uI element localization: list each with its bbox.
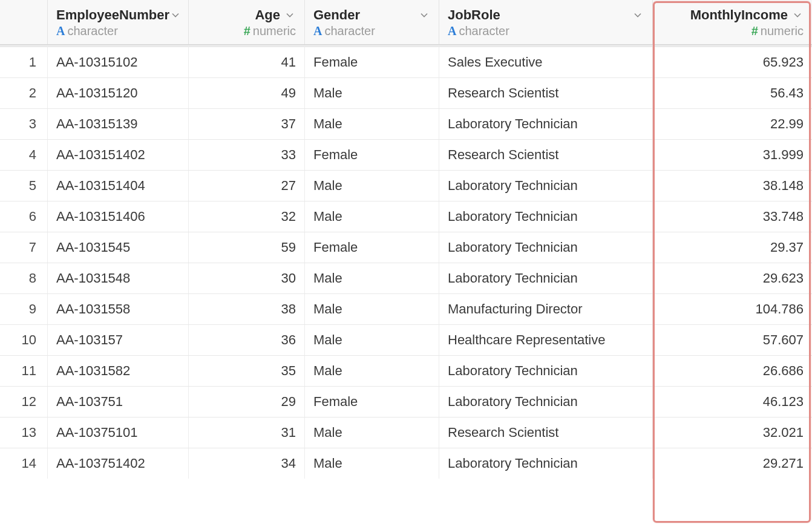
cell-monthlyincome: 56.43 [652,78,812,108]
chevron-down-icon[interactable] [418,9,430,21]
cell-age: 34 [188,448,304,479]
table-row[interactable]: 3AA-1031513937MaleLaboratory Technician2… [0,108,812,139]
column-header-employeenumber[interactable]: EmployeeNumber A character [47,0,188,44]
table-header: EmployeeNumber A character Age # numeric [0,0,812,44]
cell-jobrole: Laboratory Technician [439,263,652,293]
cell-gender: Female [304,140,439,170]
table-row[interactable]: 8AA-103154830MaleLaboratory Technician29… [0,263,812,293]
table-row[interactable]: 2AA-1031512049MaleResearch Scientist56.4… [0,77,812,108]
cell-jobrole: Laboratory Technician [439,171,652,201]
row-number: 14 [0,448,47,479]
column-header-monthlyincome[interactable]: MonthlyIncome # numeric [652,0,812,44]
cell-employeenumber: AA-103151404 [47,171,188,201]
cell-age: 38 [188,294,304,324]
cell-gender: Female [304,387,439,417]
row-number: 12 [0,387,47,417]
cell-employeenumber: AA-103751 [47,387,188,417]
cell-monthlyincome: 29.623 [652,263,812,293]
cell-jobrole: Laboratory Technician [439,232,652,263]
column-header-jobrole[interactable]: JobRole A character [439,0,652,44]
character-type-icon: A [313,24,322,38]
column-type-label: character [324,24,375,38]
character-type-icon: A [448,24,456,38]
cell-age: 36 [188,325,304,355]
row-number: 2 [0,78,47,108]
column-header-age[interactable]: Age # numeric [188,0,304,44]
cell-monthlyincome: 31.999 [652,140,812,170]
chevron-down-icon[interactable] [169,9,182,21]
row-number: 6 [0,201,47,232]
column-title: Gender [313,7,360,23]
cell-jobrole: Research Scientist [439,418,652,448]
cell-employeenumber: AA-103151406 [47,201,188,232]
cell-gender: Male [304,356,439,386]
table-body: 1AA-1031510241FemaleSales Executive65.92… [0,47,812,479]
table-row[interactable]: 11AA-103158235MaleLaboratory Technician2… [0,355,812,386]
character-type-icon: A [56,24,65,38]
cell-employeenumber: AA-10315102 [47,47,188,77]
cell-gender: Male [304,78,439,108]
cell-monthlyincome: 46.123 [652,387,812,417]
cell-jobrole: Laboratory Technician [439,356,652,386]
table-row[interactable]: 7AA-103154559FemaleLaboratory Technician… [0,232,812,263]
row-number: 9 [0,294,47,324]
cell-employeenumber: AA-1031558 [47,294,188,324]
chevron-down-icon[interactable] [791,9,804,21]
table-row[interactable]: 1AA-1031510241FemaleSales Executive65.92… [0,47,812,77]
cell-monthlyincome: 38.148 [652,171,812,201]
cell-gender: Male [304,109,439,139]
table-row[interactable]: 4AA-10315140233FemaleResearch Scientist3… [0,139,812,170]
row-number: 4 [0,140,47,170]
cell-employeenumber: AA-103157 [47,325,188,355]
cell-monthlyincome: 33.748 [652,201,812,232]
cell-age: 59 [188,232,304,263]
cell-age: 27 [188,171,304,201]
cell-monthlyincome: 22.99 [652,109,812,139]
table-row[interactable]: 10AA-10315736MaleHealthcare Representati… [0,324,812,355]
row-number: 7 [0,232,47,263]
cell-employeenumber: AA-1031548 [47,263,188,293]
column-type-label: character [459,24,509,38]
cell-monthlyincome: 65.923 [652,47,812,77]
column-header-gender[interactable]: Gender A character [304,0,439,44]
column-title: MonthlyIncome [661,7,791,23]
table-row[interactable]: 14AA-10375140234MaleLaboratory Technicia… [0,448,812,479]
cell-jobrole: Manufacturing Director [439,294,652,324]
column-title: Age [197,7,284,23]
cell-age: 41 [188,47,304,77]
column-type-label: numeric [761,24,804,38]
cell-jobrole: Laboratory Technician [439,448,652,479]
cell-age: 31 [188,418,304,448]
table-row[interactable]: 13AA-1037510131MaleResearch Scientist32.… [0,417,812,448]
cell-gender: Male [304,201,439,232]
table-row[interactable]: 5AA-10315140427MaleLaboratory Technician… [0,170,812,201]
row-number: 5 [0,171,47,201]
column-title: EmployeeNumber [56,7,169,23]
cell-employeenumber: AA-10315139 [47,109,188,139]
cell-jobrole: Laboratory Technician [439,201,652,232]
cell-gender: Male [304,294,439,324]
cell-employeenumber: AA-103751402 [47,448,188,479]
column-type-label: character [67,24,117,38]
table-row[interactable]: 9AA-103155838MaleManufacturing Director1… [0,293,812,324]
cell-age: 32 [188,201,304,232]
cell-age: 49 [188,78,304,108]
cell-gender: Male [304,171,439,201]
cell-monthlyincome: 26.686 [652,356,812,386]
cell-jobrole: Healthcare Representative [439,325,652,355]
chevron-down-icon[interactable] [284,9,296,21]
cell-jobrole: Laboratory Technician [439,109,652,139]
row-number: 11 [0,356,47,386]
cell-monthlyincome: 32.021 [652,418,812,448]
cell-gender: Male [304,325,439,355]
cell-jobrole: Research Scientist [439,78,652,108]
cell-age: 33 [188,140,304,170]
row-number: 8 [0,263,47,293]
chevron-down-icon[interactable] [632,9,644,21]
cell-jobrole: Sales Executive [439,47,652,77]
row-number-header [0,0,47,44]
table-row[interactable]: 12AA-10375129FemaleLaboratory Technician… [0,386,812,417]
table-row[interactable]: 6AA-10315140632MaleLaboratory Technician… [0,201,812,232]
cell-age: 29 [188,387,304,417]
cell-employeenumber: AA-10375101 [47,418,188,448]
